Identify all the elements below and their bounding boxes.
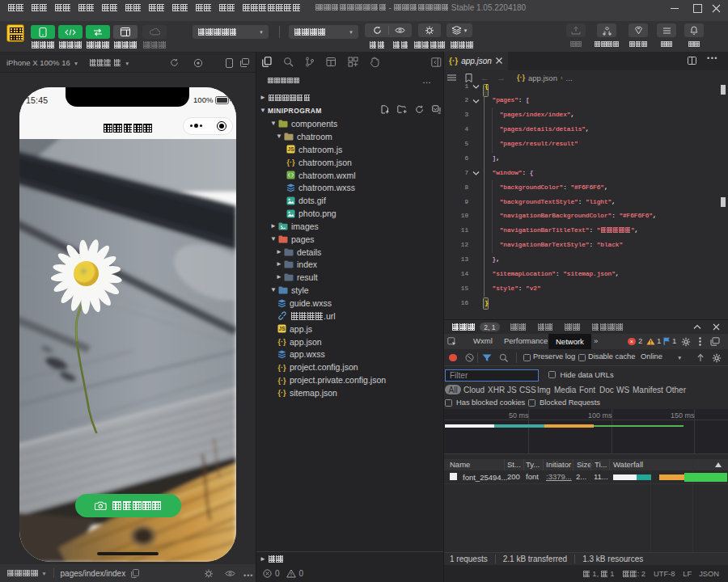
svg-text:{·}: {·} [277,389,286,397]
svg-text:JS: JS [279,326,286,331]
svg-text:{·}: {·} [286,158,294,167]
svg-text:{·}: {·} [277,363,286,371]
svg-text:{·}: {·} [277,376,286,384]
svg-text:JS: JS [288,147,295,153]
svg-text:{·}: {·} [277,338,286,346]
